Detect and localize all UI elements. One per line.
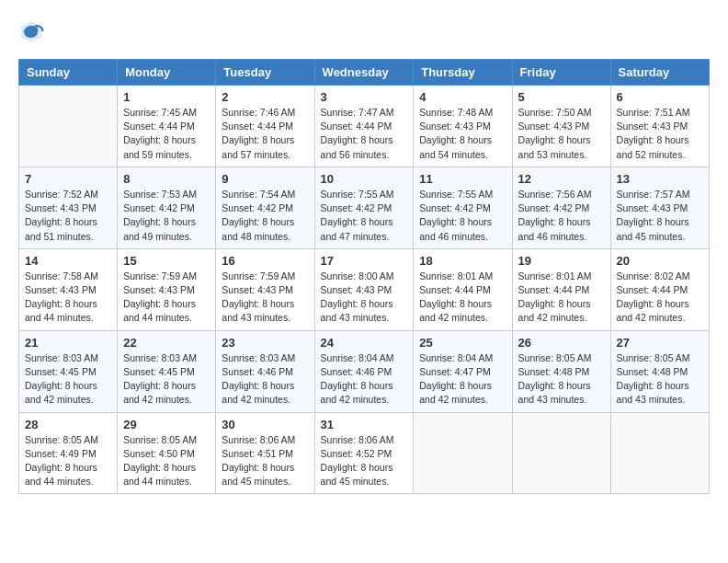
day-info: Sunrise: 7:54 AM Sunset: 4:42 PM Dayligh… <box>222 188 308 244</box>
calendar-cell: 19Sunrise: 8:01 AM Sunset: 4:44 PM Dayli… <box>512 248 610 330</box>
calendar-cell: 28Sunrise: 8:05 AM Sunset: 4:49 PM Dayli… <box>19 412 118 494</box>
calendar-cell: 29Sunrise: 8:05 AM Sunset: 4:50 PM Dayli… <box>118 412 216 494</box>
day-number: 11 <box>419 172 506 186</box>
calendar-cell: 3Sunrise: 7:47 AM Sunset: 4:44 PM Daylig… <box>314 86 414 167</box>
calendar-cell: 14Sunrise: 7:58 AM Sunset: 4:43 PM Dayli… <box>19 248 118 330</box>
calendar-cell: 27Sunrise: 8:05 AM Sunset: 4:48 PM Dayli… <box>610 330 709 412</box>
day-number: 9 <box>222 172 308 186</box>
day-info: Sunrise: 7:59 AM Sunset: 4:43 PM Dayligh… <box>222 270 308 326</box>
day-number: 12 <box>518 172 605 186</box>
day-number: 23 <box>222 336 308 350</box>
day-info: Sunrise: 8:01 AM Sunset: 4:44 PM Dayligh… <box>518 270 605 326</box>
day-info: Sunrise: 8:03 AM Sunset: 4:46 PM Dayligh… <box>222 351 308 408</box>
calendar-cell: 25Sunrise: 8:04 AM Sunset: 4:47 PM Dayli… <box>414 330 512 412</box>
day-info: Sunrise: 8:04 AM Sunset: 4:46 PM Dayligh… <box>321 351 408 408</box>
calendar-cell <box>512 412 610 494</box>
calendar-cell: 21Sunrise: 8:03 AM Sunset: 4:45 PM Dayli… <box>19 330 118 412</box>
calendar-cell: 5Sunrise: 7:50 AM Sunset: 4:43 PM Daylig… <box>512 86 610 167</box>
day-number: 26 <box>518 336 605 350</box>
calendar-cell: 7Sunrise: 7:52 AM Sunset: 4:43 PM Daylig… <box>19 167 118 248</box>
day-info: Sunrise: 8:05 AM Sunset: 4:50 PM Dayligh… <box>123 433 210 489</box>
day-number: 5 <box>518 90 605 104</box>
day-number: 16 <box>222 254 308 268</box>
calendar-cell: 22Sunrise: 8:03 AM Sunset: 4:45 PM Dayli… <box>118 330 216 412</box>
day-number: 24 <box>321 336 408 350</box>
day-number: 6 <box>617 90 703 104</box>
calendar-cell: 15Sunrise: 7:59 AM Sunset: 4:43 PM Dayli… <box>118 248 216 330</box>
day-info: Sunrise: 7:53 AM Sunset: 4:42 PM Dayligh… <box>123 188 210 244</box>
page-header <box>18 18 710 44</box>
calendar-cell: 18Sunrise: 8:01 AM Sunset: 4:44 PM Dayli… <box>414 248 512 330</box>
calendar-week-5: 28Sunrise: 8:05 AM Sunset: 4:49 PM Dayli… <box>19 412 710 494</box>
day-info: Sunrise: 8:04 AM Sunset: 4:47 PM Dayligh… <box>419 351 506 408</box>
day-number: 10 <box>321 172 408 186</box>
day-number: 15 <box>123 254 210 268</box>
day-info: Sunrise: 7:48 AM Sunset: 4:43 PM Dayligh… <box>419 106 506 162</box>
calendar-cell: 26Sunrise: 8:05 AM Sunset: 4:48 PM Dayli… <box>512 330 610 412</box>
calendar-cell: 16Sunrise: 7:59 AM Sunset: 4:43 PM Dayli… <box>216 248 314 330</box>
calendar-cell: 17Sunrise: 8:00 AM Sunset: 4:43 PM Dayli… <box>314 248 414 330</box>
day-info: Sunrise: 7:56 AM Sunset: 4:42 PM Dayligh… <box>518 188 605 244</box>
day-info: Sunrise: 7:57 AM Sunset: 4:43 PM Dayligh… <box>617 188 703 244</box>
day-number: 3 <box>321 90 408 104</box>
col-header-sunday: Sunday <box>19 60 118 86</box>
day-number: 25 <box>419 336 506 350</box>
calendar-cell: 10Sunrise: 7:55 AM Sunset: 4:42 PM Dayli… <box>314 167 414 248</box>
day-info: Sunrise: 7:45 AM Sunset: 4:44 PM Dayligh… <box>123 106 210 162</box>
day-number: 4 <box>419 90 506 104</box>
day-number: 2 <box>222 90 308 104</box>
day-info: Sunrise: 7:50 AM Sunset: 4:43 PM Dayligh… <box>518 106 605 162</box>
day-number: 29 <box>123 418 210 431</box>
day-info: Sunrise: 8:03 AM Sunset: 4:45 PM Dayligh… <box>25 351 111 408</box>
calendar-cell: 11Sunrise: 7:55 AM Sunset: 4:42 PM Dayli… <box>414 167 512 248</box>
logo-icon <box>18 18 44 44</box>
calendar-week-1: 1Sunrise: 7:45 AM Sunset: 4:44 PM Daylig… <box>19 86 710 167</box>
day-number: 14 <box>25 254 111 268</box>
day-info: Sunrise: 8:06 AM Sunset: 4:51 PM Dayligh… <box>222 433 308 489</box>
day-number: 17 <box>321 254 408 268</box>
col-header-thursday: Thursday <box>414 60 512 86</box>
calendar-cell: 20Sunrise: 8:02 AM Sunset: 4:44 PM Dayli… <box>610 248 709 330</box>
day-info: Sunrise: 7:51 AM Sunset: 4:43 PM Dayligh… <box>617 106 703 162</box>
day-info: Sunrise: 8:00 AM Sunset: 4:43 PM Dayligh… <box>321 270 408 326</box>
day-info: Sunrise: 8:02 AM Sunset: 4:44 PM Dayligh… <box>617 270 703 326</box>
day-number: 19 <box>518 254 605 268</box>
calendar-table: SundayMondayTuesdayWednesdayThursdayFrid… <box>18 59 710 494</box>
calendar-cell: 9Sunrise: 7:54 AM Sunset: 4:42 PM Daylig… <box>216 167 314 248</box>
day-info: Sunrise: 7:55 AM Sunset: 4:42 PM Dayligh… <box>321 188 408 244</box>
col-header-wednesday: Wednesday <box>314 60 414 86</box>
col-header-friday: Friday <box>512 60 610 86</box>
col-header-tuesday: Tuesday <box>216 60 314 86</box>
calendar-cell: 24Sunrise: 8:04 AM Sunset: 4:46 PM Dayli… <box>314 330 414 412</box>
calendar-week-4: 21Sunrise: 8:03 AM Sunset: 4:45 PM Dayli… <box>19 330 710 412</box>
calendar-cell: 30Sunrise: 8:06 AM Sunset: 4:51 PM Dayli… <box>216 412 314 494</box>
day-number: 13 <box>617 172 703 186</box>
day-number: 8 <box>123 172 210 186</box>
calendar-cell: 8Sunrise: 7:53 AM Sunset: 4:42 PM Daylig… <box>118 167 216 248</box>
calendar-week-2: 7Sunrise: 7:52 AM Sunset: 4:43 PM Daylig… <box>19 167 710 248</box>
calendar-week-3: 14Sunrise: 7:58 AM Sunset: 4:43 PM Dayli… <box>19 248 710 330</box>
day-number: 31 <box>321 418 408 431</box>
day-info: Sunrise: 7:55 AM Sunset: 4:42 PM Dayligh… <box>419 188 506 244</box>
day-number: 20 <box>617 254 703 268</box>
calendar-cell <box>610 412 709 494</box>
col-header-monday: Monday <box>118 60 216 86</box>
logo <box>18 18 48 44</box>
day-info: Sunrise: 8:05 AM Sunset: 4:48 PM Dayligh… <box>617 351 703 408</box>
day-info: Sunrise: 8:05 AM Sunset: 4:49 PM Dayligh… <box>25 433 111 489</box>
day-info: Sunrise: 7:58 AM Sunset: 4:43 PM Dayligh… <box>25 270 111 326</box>
calendar-cell: 2Sunrise: 7:46 AM Sunset: 4:44 PM Daylig… <box>216 86 314 167</box>
day-number: 1 <box>123 90 210 104</box>
day-info: Sunrise: 8:01 AM Sunset: 4:44 PM Dayligh… <box>419 270 506 326</box>
day-number: 27 <box>617 336 703 350</box>
day-number: 18 <box>419 254 506 268</box>
calendar-header-row: SundayMondayTuesdayWednesdayThursdayFrid… <box>19 60 710 86</box>
calendar-cell: 1Sunrise: 7:45 AM Sunset: 4:44 PM Daylig… <box>118 86 216 167</box>
col-header-saturday: Saturday <box>610 60 709 86</box>
day-number: 7 <box>25 172 111 186</box>
calendar-cell: 13Sunrise: 7:57 AM Sunset: 4:43 PM Dayli… <box>610 167 709 248</box>
day-info: Sunrise: 8:06 AM Sunset: 4:52 PM Dayligh… <box>321 433 408 489</box>
calendar-cell <box>414 412 512 494</box>
day-number: 28 <box>25 418 111 431</box>
calendar-cell: 4Sunrise: 7:48 AM Sunset: 4:43 PM Daylig… <box>414 86 512 167</box>
